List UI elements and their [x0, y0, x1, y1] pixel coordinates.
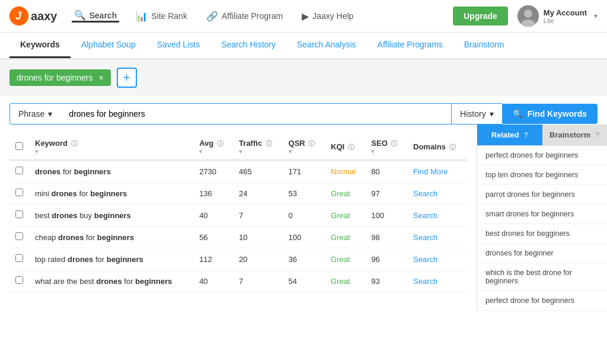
domains-link-3[interactable]: Search: [413, 233, 437, 242]
row-select-5[interactable]: [15, 276, 23, 284]
tab-keywords[interactable]: Keywords: [9, 33, 71, 58]
kqi-value-2: Great: [331, 211, 350, 220]
row-select-3[interactable]: [15, 232, 23, 240]
kqi-value-3: Great: [331, 233, 350, 242]
related-info-icon[interactable]: ?: [523, 131, 528, 139]
keyword-info-icon[interactable]: ⓘ: [71, 140, 78, 147]
col-kqi: KQI ⓘ: [325, 134, 365, 160]
qsr-sort[interactable]: ▾: [289, 148, 319, 155]
seo-info-icon[interactable]: ⓘ: [391, 140, 397, 147]
row-checkbox-1[interactable]: [9, 183, 29, 205]
my-account[interactable]: My Account Lite ▾: [517, 5, 598, 27]
related-list: perfect drones for beginnerstop ten dron…: [477, 146, 607, 311]
nav-jaaxy-help[interactable]: ▶ Jaaxy Help: [299, 11, 356, 22]
cell-seo-4: 96: [365, 248, 407, 270]
cell-qsr-5: 54: [283, 270, 325, 292]
domains-info-icon[interactable]: ⓘ: [449, 143, 456, 151]
row-select-4[interactable]: [15, 254, 23, 262]
traffic-info-icon[interactable]: ⓘ: [266, 140, 272, 147]
cell-traffic-1: 24: [233, 183, 282, 205]
cell-seo-2: 100: [365, 205, 407, 226]
cell-domains-5[interactable]: Search: [407, 270, 467, 292]
kqi-info-icon[interactable]: ⓘ: [348, 143, 354, 151]
table-row: drones for beginners 2730 465 171 Normal…: [9, 160, 467, 183]
row-checkbox-5[interactable]: [9, 270, 29, 292]
cell-qsr-2: 0: [283, 205, 325, 226]
domains-link-1[interactable]: Search: [413, 189, 437, 198]
cell-qsr-1: 53: [283, 183, 325, 205]
avg-info-icon[interactable]: ⓘ: [217, 140, 223, 147]
cell-seo-0: 80: [365, 160, 407, 183]
keyword-sort[interactable]: ▾: [35, 148, 187, 155]
help-icon: ▶: [302, 11, 309, 22]
domains-link-5[interactable]: Search: [413, 277, 437, 286]
search-tag-label: drones for beginners: [17, 73, 92, 82]
col-keyword: Keyword ⓘ ▾: [29, 134, 193, 160]
cell-qsr-3: 100: [283, 226, 325, 248]
cell-domains-3[interactable]: Search: [407, 226, 467, 248]
row-select-0[interactable]: [15, 167, 23, 174]
brainstorm-info-icon[interactable]: ?: [595, 131, 599, 139]
avg-sort[interactable]: ▾: [199, 148, 227, 155]
related-list-item[interactable]: dronses for beginner: [477, 244, 607, 263]
tab-alphabet-soup-label: Alphabet Soup: [81, 40, 136, 49]
side-tab-related[interactable]: Related ?: [477, 124, 542, 145]
tab-alphabet-soup[interactable]: Alphabet Soup: [71, 33, 146, 58]
row-checkbox-4[interactable]: [9, 248, 29, 270]
nav-site-rank[interactable]: 📊 Site Rank: [133, 11, 190, 22]
tab-search-analysis[interactable]: Search Analysis: [286, 33, 367, 58]
cell-kqi-1: Great: [325, 183, 365, 205]
cell-avg-4: 112: [193, 248, 233, 270]
select-all-header: [9, 134, 29, 160]
related-list-item[interactable]: parrot drones for beginners: [477, 185, 607, 205]
seo-sort[interactable]: ▾: [371, 148, 401, 155]
cell-domains-0[interactable]: Find More: [407, 160, 467, 183]
cell-seo-3: 98: [365, 226, 407, 248]
history-dropdown[interactable]: History ▾: [451, 103, 502, 124]
related-list-item[interactable]: top ten drones for beginners: [477, 165, 607, 185]
nav-affiliate-program[interactable]: 🔗 Affiliate Program: [204, 11, 285, 22]
traffic-sort[interactable]: ▾: [239, 148, 276, 155]
related-list-item[interactable]: best drones for begginers: [477, 224, 607, 244]
cell-domains-4[interactable]: Search: [407, 248, 467, 270]
phrase-label: Phrase: [18, 109, 44, 119]
cell-traffic-3: 10: [233, 226, 282, 248]
tab-bar: Keywords Alphabet Soup Saved Lists Searc…: [0, 33, 607, 59]
cell-domains-2[interactable]: Search: [407, 205, 467, 226]
cell-keyword-3: cheap drones for beginners: [29, 226, 193, 248]
cell-kqi-3: Great: [325, 226, 365, 248]
select-all-checkbox[interactable]: [15, 142, 23, 150]
cell-traffic-5: 7: [233, 270, 282, 292]
related-list-item[interactable]: perfect drones for beginners: [477, 146, 607, 165]
qsr-info-icon[interactable]: ⓘ: [308, 140, 315, 147]
phrase-dropdown[interactable]: Phrase ▾: [9, 103, 60, 124]
upgrade-button[interactable]: Upgrade: [453, 7, 508, 25]
find-keywords-button[interactable]: 🔍 Find Keywords: [502, 104, 598, 124]
row-checkbox-2[interactable]: [9, 205, 29, 226]
related-list-item[interactable]: which is the best drone for beginners: [477, 263, 607, 291]
search-tag-close[interactable]: ×: [98, 73, 103, 82]
nav-search[interactable]: 🔍 Search: [72, 9, 120, 23]
cell-domains-1[interactable]: Search: [407, 183, 467, 205]
row-select-1[interactable]: [15, 189, 23, 196]
keyword-search-input[interactable]: [60, 103, 451, 124]
related-list-item[interactable]: perfect drone for beginners: [477, 291, 607, 311]
nav-affiliate-label: Affiliate Program: [222, 11, 283, 21]
row-select-2[interactable]: [15, 210, 23, 218]
table-row: cheap drones for beginners 56 10 100 Gre…: [9, 226, 467, 248]
tab-brainstorm[interactable]: Brainstorm: [453, 33, 515, 58]
side-tab-brainstorm[interactable]: Brainstorm ?: [542, 124, 608, 145]
related-list-item[interactable]: smart drones for beginners: [477, 205, 607, 224]
tab-affiliate-programs[interactable]: Affiliate Programs: [367, 33, 453, 58]
cell-keyword-5: what are the best drones for beginners: [29, 270, 193, 292]
domains-link-0[interactable]: Find More: [413, 167, 448, 176]
add-tag-button[interactable]: +: [117, 68, 137, 88]
row-checkbox-3[interactable]: [9, 226, 29, 248]
domains-link-4[interactable]: Search: [413, 255, 437, 264]
tab-search-history[interactable]: Search History: [210, 33, 286, 58]
domains-link-2[interactable]: Search: [413, 211, 437, 220]
row-checkbox-0[interactable]: [9, 160, 29, 183]
phrase-chevron: ▾: [48, 109, 52, 119]
tab-saved-lists[interactable]: Saved Lists: [146, 33, 210, 58]
nav-search-label: Search: [90, 11, 117, 20]
